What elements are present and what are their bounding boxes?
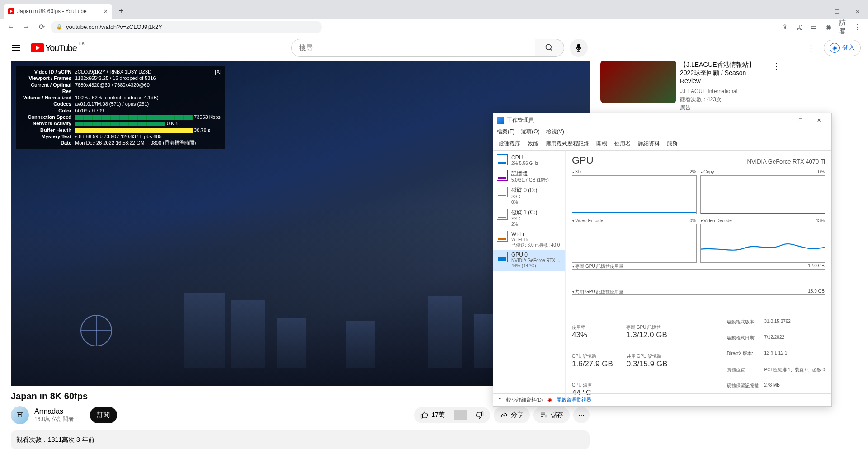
description-box[interactable]: 觀看次數：1311萬次 3 年前 (11, 430, 590, 449)
nerds-label: Volume / Normalized (21, 94, 75, 101)
signin-button[interactable]: ◉ 登入 (824, 40, 861, 56)
save-button[interactable]: 儲存 (533, 407, 570, 423)
browser-tab[interactable]: Japan in 8K 60fps - YouTube × (4, 4, 112, 19)
tm-chart-label: 共用 GPU 記憶體使用量 (572, 289, 623, 295)
close-window-icon[interactable]: ✕ (847, 5, 868, 19)
task-manager-window[interactable]: 工作管理員 — ☐ ✕ 檔案(F)選項(O)檢視(V) 處理程序效能應用程式歷程… (493, 113, 832, 407)
tm-mem-chart[interactable]: 專屬 GPU 記憶體使用量12.0 GB (572, 269, 825, 288)
tm-detail-label: 驅動程式版本: (727, 319, 760, 334)
nerds-row: Connection Speed 73553 Kbps (21, 114, 221, 120)
back-icon[interactable]: ← (5, 21, 17, 33)
more-actions-button[interactable]: ⋯ (573, 407, 590, 423)
tm-side-sub: SSD (511, 194, 537, 200)
tm-maximize-icon[interactable]: ☐ (792, 114, 810, 126)
share-icon[interactable]: ⇪ (778, 21, 791, 33)
like-button[interactable]: 17萬 (414, 407, 451, 423)
profile-icon[interactable]: ◉ (822, 21, 835, 33)
nerds-value: 0 KB (75, 120, 178, 126)
nerds-row: Network Activity 0 KB (21, 120, 221, 126)
subscribe-button[interactable]: 訂閱 (90, 407, 117, 423)
tm-title: 工作管理員 (507, 117, 774, 124)
tm-stat-value: 0.3/15.9 GB (627, 360, 668, 369)
search-input[interactable] (291, 39, 535, 57)
tm-detail-label: 實體位置: (727, 367, 760, 382)
nerds-value: 73553 Kbps (75, 114, 221, 120)
tm-tab[interactable]: 使用者 (611, 138, 634, 150)
tm-minimize-icon[interactable]: — (774, 114, 792, 126)
tm-tab[interactable]: 處理程序 (495, 138, 524, 150)
panel-icon[interactable]: ▭ (807, 21, 820, 33)
search-button[interactable] (535, 39, 564, 57)
tm-side-item[interactable]: 磁碟 0 (D:)SSD0% (493, 185, 565, 207)
translate-icon[interactable]: 🕮 (793, 21, 806, 33)
new-tab-button[interactable]: + (115, 5, 127, 17)
mini-graph-icon (497, 170, 508, 181)
tm-close-icon[interactable]: ✕ (810, 114, 828, 126)
search-form (291, 39, 588, 57)
tm-side-sub: 2% 5.56 GHz (511, 161, 538, 166)
nerds-label: Network Activity (21, 120, 75, 126)
nerds-row: Video ID / sCPNzCLOJ9j1k2Y / RNBX 1D3Y D… (21, 69, 221, 75)
tm-menu-item[interactable]: 檔案(F) (497, 128, 514, 136)
settings-menu-icon[interactable]: ⋮ (802, 39, 820, 57)
minimize-icon[interactable]: — (806, 5, 826, 19)
tm-mem-chart[interactable]: 共用 GPU 記憶體使用量15.9 GB (572, 294, 825, 313)
rec-menu-icon[interactable]: ⋮ (771, 61, 782, 112)
ad-badge: 廣告 (680, 103, 768, 112)
nerds-label: Mystery Text (21, 133, 75, 140)
tm-stat-label: 共用 GPU 記憶體 (627, 353, 668, 360)
tm-chart-max: 12.0 GB (808, 263, 825, 268)
voice-search-button[interactable] (570, 39, 588, 57)
youtube-logo[interactable]: YouTube HK (31, 43, 77, 53)
tm-side-item[interactable]: 記憶體5.0/31.7 GB (16%) (493, 168, 565, 185)
tm-main-panel: GPU NVIDIA GeForce RTX 4070 Ti 3D2%Copy0… (566, 151, 831, 398)
tm-side-item[interactable]: Wi-FiWi-Fi 15已傳送: 8.0 已接收: 40.0 (493, 229, 565, 250)
tm-menu-item[interactable]: 選項(O) (521, 128, 539, 136)
maximize-icon[interactable]: ☐ (826, 5, 847, 19)
tm-menu-item[interactable]: 檢視(V) (546, 128, 564, 136)
playlist-add-icon (540, 411, 548, 419)
tm-titlebar[interactable]: 工作管理員 — ☐ ✕ (493, 113, 831, 127)
subscriber-count: 16.8萬 位訂閱者 (34, 416, 74, 423)
chrome-menu-icon[interactable]: ⋮ (851, 21, 863, 33)
recommendation-item[interactable]: 【J.LEAGUE香港情報站】2022球季回顧 / Season ReviewJ… (600, 61, 782, 112)
nerds-label: Color (21, 107, 75, 114)
tm-detail-value: PCI 匯流排 1、裝置 0、函數 0 (764, 367, 825, 382)
hamburger-menu-icon[interactable] (7, 39, 25, 57)
tm-stat-label: 使用率 (572, 324, 613, 331)
tm-chart[interactable]: Copy0% (700, 175, 825, 214)
tm-chart-max: 15.9 GB (808, 289, 825, 294)
channel-name[interactable]: Armadas (34, 407, 74, 416)
dislike-button[interactable] (469, 407, 490, 423)
nerds-bar (75, 128, 193, 133)
tm-chart[interactable]: Video Encode0% (572, 224, 697, 263)
tm-tab[interactable]: 服務 (663, 138, 681, 150)
tm-chart[interactable]: 3D2% (572, 175, 697, 214)
close-tab-icon[interactable]: × (104, 8, 108, 15)
tm-side-item[interactable]: CPU2% 5.56 GHz (493, 153, 565, 168)
tm-side-item[interactable]: 磁碟 1 (C:)SSD2% (493, 207, 565, 229)
rec-thumbnail[interactable] (600, 61, 676, 103)
forward-icon[interactable]: → (20, 21, 33, 33)
reload-icon[interactable]: ⟳ (35, 21, 48, 33)
tm-tab[interactable]: 詳細資料 (634, 138, 663, 150)
tm-chart[interactable]: Video Decode43% (700, 224, 825, 263)
mini-graph-icon (497, 231, 508, 242)
chevron-up-icon[interactable]: ⌃ (498, 397, 502, 403)
thumbs-up-icon (420, 411, 429, 419)
tm-tab[interactable]: 開機 (593, 138, 611, 150)
rec-channel: J.LEAGUE International (680, 87, 768, 95)
signin-label: 登入 (842, 44, 855, 52)
tm-stat-label: GPU 記憶體 (572, 353, 613, 360)
tm-side-item[interactable]: GPU 0NVIDIA GeForce RTX ...43% (44 °C) (493, 250, 565, 271)
tm-tab[interactable]: 應用程式歷程記錄 (542, 138, 593, 150)
tm-open-resmon[interactable]: 開啟資源監視器 (557, 397, 591, 403)
share-button[interactable]: 分享 (494, 407, 530, 423)
tm-less-details[interactable]: 較少詳細資料(D) (506, 397, 543, 403)
person-icon: ◉ (830, 43, 840, 53)
tm-tabs: 處理程序效能應用程式歷程記錄開機使用者詳細資料服務 (493, 136, 831, 151)
address-bar[interactable]: 🔒 youtube.com/watch?v=zCLOJ9j1k2Y (51, 21, 322, 33)
tm-tab[interactable]: 效能 (524, 138, 542, 150)
close-nerds-icon[interactable]: [X] (215, 69, 222, 76)
channel-avatar[interactable]: ⛩ (11, 406, 29, 424)
